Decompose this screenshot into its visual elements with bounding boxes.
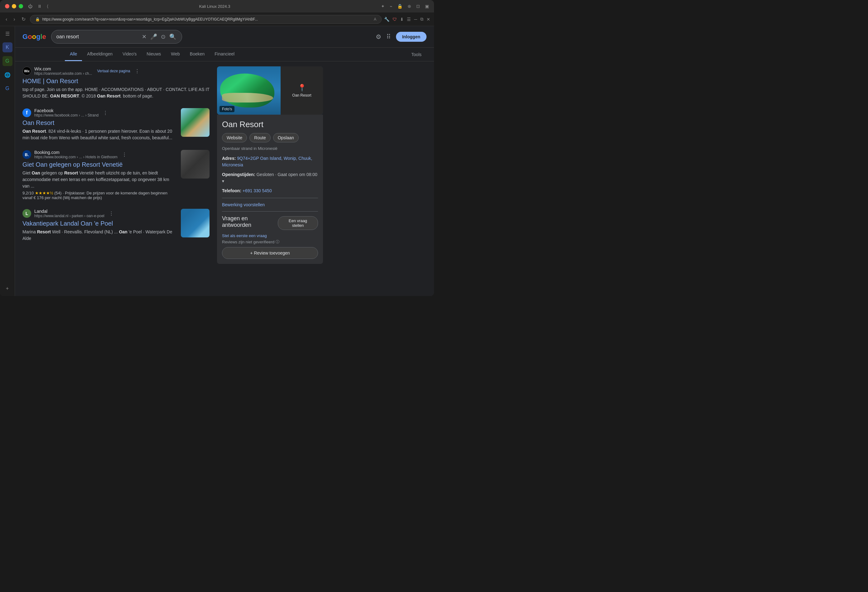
sidebar-globe-icon[interactable]: 🌐 <box>3 70 12 80</box>
rating-score: 9,2/10 <box>22 191 34 195</box>
google-header: Google ✕ 🎤 ⊙ 🔍 ⚙ ⠿ Inloggen <box>15 26 434 48</box>
results-left: Wix Wix.com https://oanresort.wixsite.co… <box>22 66 210 291</box>
kp-review-button[interactable]: + Review toevoegen <box>222 247 318 259</box>
power-icon[interactable]: ⏻ <box>28 4 32 9</box>
screenshot-icon[interactable]: ⊡ <box>416 4 420 9</box>
search-tabs: Alle Afbeeldingen Video's Nieuws Web Boe… <box>15 48 434 61</box>
kp-save-button[interactable]: Opslaan <box>273 133 299 142</box>
result-thumbnail-landal[interactable] <box>181 209 210 237</box>
brightness-icon[interactable]: ✦ <box>381 4 385 9</box>
kp-phone-value[interactable]: +691 330 5450 <box>242 188 272 193</box>
address-bar[interactable]: 🔒 https://www.google.com/search?q=oan+re… <box>30 15 382 24</box>
result-desc-landal: Marina Resort Well · Reevallis. Flevolan… <box>22 229 176 242</box>
tab-nieuws[interactable]: Nieuws <box>142 48 166 61</box>
header-right: ⚙ ⠿ Inloggen <box>376 32 427 42</box>
close-win-icon[interactable]: ✕ <box>427 17 430 22</box>
sidebar-g2-icon[interactable]: G <box>3 84 12 93</box>
menu-icon[interactable]: ☰ <box>407 17 411 22</box>
search-submit-button[interactable]: 🔍 <box>169 33 177 41</box>
extensions-icon[interactable]: 🔧 <box>384 17 390 22</box>
refresh-button[interactable]: ↻ <box>20 15 27 24</box>
hours-expand-icon[interactable]: ▾ <box>222 178 224 184</box>
kp-map[interactable]: 📍 Oan Resort Foto's <box>217 66 323 115</box>
back-nav-button[interactable]: ‹ <box>4 15 9 24</box>
sidebar-g-icon[interactable]: G <box>3 56 12 66</box>
tab-alle[interactable]: Alle <box>65 48 82 61</box>
more-options-wix[interactable]: ⋮ <box>135 68 140 74</box>
result-desc-fb: Oan Resort. 824 vind-ik-leuks · 1 person… <box>22 128 176 141</box>
kp-photos-label[interactable]: Foto's <box>220 106 235 112</box>
result-facebook: f Facebook https://www.facebook.com › ..… <box>22 108 210 141</box>
download-icon[interactable]: ⬇ <box>400 17 404 22</box>
result-title-booking[interactable]: Giet Oan gelegen op Resort Venetië <box>22 161 176 169</box>
search-input[interactable] <box>56 34 139 40</box>
tab-web[interactable]: Web <box>166 48 185 61</box>
add-icon[interactable]: + <box>3 284 12 293</box>
source-info-booking: Booking.com https://www.booking.com › ..… <box>34 150 118 159</box>
restore-icon[interactable]: ⧉ <box>420 16 424 22</box>
result-fb-content: f Facebook https://www.facebook.com › ..… <box>22 108 176 141</box>
traffic-lights <box>5 4 23 9</box>
kp-ask-button[interactable]: Een vraag stellen <box>278 216 318 230</box>
network-icon[interactable]: ⊕ <box>407 4 411 9</box>
source-info-landal: Landal https://www.landal.nl › parken › … <box>34 209 105 218</box>
browser-window: ⏻ ⏸ ⟨ Kali Linux 2024.3 ✦ ⌁ 🔒 ⊕ ⊡ ▣ ‹ › … <box>0 0 434 296</box>
kp-qa-section: Vragen en antwoorden Een vraag stellen <box>222 215 318 231</box>
browser-body: ☰ K G 🌐 G + Google ✕ 🎤 ⊙ 🔍 <box>0 26 434 296</box>
result-title-wix[interactable]: HOME | Oan Resort <box>22 77 210 85</box>
result-rating-booking: 9,2/10 ★★★★½ (54) · Prijsklasse: De prij… <box>22 191 176 200</box>
result-thumbnail-fb[interactable] <box>181 108 210 137</box>
translate-icon: A <box>374 17 376 22</box>
result-desc-wix: top of page. Join us on the app. HOME · … <box>22 86 210 99</box>
toolbar-right: 🔧 🛡 ⬇ ☰ ─ ⧉ ✕ <box>384 16 430 22</box>
result-booking-with-image: B. Booking.com https://www.booking.com ›… <box>22 150 210 200</box>
minimize-button[interactable] <box>12 4 16 9</box>
result-title-fb[interactable]: Oan Resort <box>22 119 176 127</box>
maximize-button[interactable] <box>19 4 23 9</box>
result-thumbnail-booking[interactable] <box>181 150 210 178</box>
kp-first-question[interactable]: Stel als eerste een vraag <box>222 233 318 238</box>
wifi-icon[interactable]: ⌁ <box>390 4 392 9</box>
tools-button[interactable]: Tools <box>406 48 427 61</box>
tab-afbeeldingen[interactable]: Afbeeldingen <box>82 48 118 61</box>
result-booking-content: B. Booking.com https://www.booking.com ›… <box>22 150 176 200</box>
forward-nav-button[interactable]: › <box>12 15 17 24</box>
pause-icon[interactable]: ⏸ <box>37 4 42 9</box>
minimize-win-icon[interactable]: ─ <box>414 17 417 22</box>
more-options-landal[interactable]: ⋮ <box>109 211 114 216</box>
signin-button[interactable]: Inloggen <box>396 32 427 42</box>
apps-button[interactable]: ⠿ <box>386 33 391 41</box>
voice-search-button[interactable]: 🎤 <box>150 33 158 41</box>
settings-button[interactable]: ⚙ <box>376 33 381 41</box>
result-title-landal[interactable]: Vakantiepark Landal Oan 'e Poel <box>22 219 176 227</box>
kp-address-value[interactable]: 9Q74+2GP Oan Island, Wonip, Chuuk, Micro… <box>222 156 312 167</box>
brave-shield-icon[interactable]: 🛡 <box>393 17 397 22</box>
tab-financieel[interactable]: Financieel <box>210 48 239 61</box>
sidebar-kali-icon[interactable]: K <box>3 43 12 52</box>
translate-label-wix[interactable]: Vertaal deze pagina <box>97 69 130 73</box>
more-options-fb[interactable]: ⋮ <box>103 110 108 116</box>
close-button[interactable] <box>5 4 9 9</box>
kp-first-question-link[interactable]: Stel als eerste een vraag <box>222 233 267 238</box>
source-url-landal: https://www.landal.nl › parken › oan-e-p… <box>34 214 105 218</box>
search-box[interactable]: ✕ 🎤 ⊙ 🔍 <box>51 30 182 44</box>
clear-search-button[interactable]: ✕ <box>141 33 147 41</box>
kp-reviews-unverified-row: Reviews zijn niet geverifieerd ⓘ <box>222 239 318 244</box>
kp-website-button[interactable]: Website <box>222 133 247 142</box>
result-fb-with-image: f Facebook https://www.facebook.com › ..… <box>22 108 210 141</box>
tab-videos[interactable]: Video's <box>118 48 142 61</box>
tab-boeken[interactable]: Boeken <box>185 48 210 61</box>
layout-icon[interactable]: ▣ <box>425 4 429 9</box>
favicon-booking: B. <box>22 150 31 159</box>
source-url-wix: https://oanresort.wixsite.com › ch... <box>34 71 92 76</box>
lock-icon[interactable]: 🔒 <box>397 4 403 9</box>
kp-hours-label: Openingstijden: <box>222 172 255 177</box>
sidebar-toggle-icon[interactable]: ☰ <box>3 29 12 39</box>
more-options-booking[interactable]: ⋮ <box>122 152 127 158</box>
kp-route-button[interactable]: Route <box>249 133 270 142</box>
knowledge-panel: 📍 Oan Resort Foto's Oan Resort Website R… <box>217 66 323 291</box>
title-bar: ⏻ ⏸ ⟨ Kali Linux 2024.3 ✦ ⌁ 🔒 ⊕ ⊡ ▣ <box>0 0 434 12</box>
kp-suggest-edit-link[interactable]: Bewerking voorstellen <box>222 202 265 207</box>
source-name-booking: Booking.com <box>34 150 118 155</box>
image-search-button[interactable]: ⊙ <box>160 33 166 41</box>
